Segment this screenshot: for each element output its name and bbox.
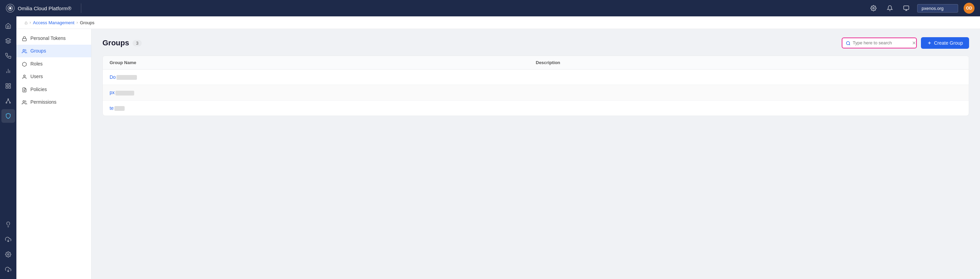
breadcrumb-sep-2: › (76, 20, 78, 25)
main-layout: ⌂ › Access Management › Groups Personal … (0, 16, 980, 279)
page-title: Groups (102, 38, 129, 48)
rail-grid-icon[interactable] (2, 79, 15, 93)
group-description-cell (536, 90, 962, 95)
sidebar-label-policies: Policies (30, 87, 47, 92)
sidebar-item-groups[interactable]: Groups (16, 45, 91, 58)
sidebar-label-permissions: Permissions (30, 99, 56, 105)
app-logo[interactable]: Omilia Cloud Platform® (5, 3, 72, 13)
users-icon (22, 74, 27, 80)
sidebar-label-groups: Groups (30, 48, 46, 54)
svg-line-19 (8, 100, 10, 102)
breadcrumb: ⌂ › Access Management › Groups (16, 16, 980, 29)
personal-tokens-icon (22, 35, 27, 41)
svg-point-17 (10, 102, 11, 103)
sidebar-item-policies[interactable]: Policies (16, 83, 91, 96)
svg-rect-11 (6, 84, 8, 85)
svg-line-32 (849, 44, 850, 45)
svg-point-27 (24, 75, 25, 77)
group-description-cell (536, 75, 962, 80)
nav-right: pxenos.org OD (868, 3, 975, 14)
svg-rect-12 (9, 84, 11, 85)
svg-marker-7 (6, 38, 11, 41)
svg-rect-25 (22, 38, 26, 41)
col-header-description: Description (536, 60, 962, 65)
nav-divider (81, 3, 81, 13)
group-name-cell: Do (110, 75, 536, 80)
blurred-text (115, 91, 134, 95)
table-row[interactable]: Do (103, 70, 969, 85)
rail-download-icon[interactable] (2, 263, 15, 276)
col-header-group-name: Group Name (110, 60, 536, 65)
settings-icon[interactable] (868, 3, 879, 14)
sidebar: Personal Tokens Groups (16, 29, 92, 279)
permissions-icon (22, 99, 27, 105)
icon-rail (0, 16, 16, 279)
svg-point-2 (9, 7, 11, 9)
header-actions: ✕ Create Group (842, 37, 969, 49)
monitor-icon[interactable] (901, 3, 912, 14)
table-row[interactable]: px (103, 85, 969, 100)
sidebar-item-permissions[interactable]: Permissions (16, 96, 91, 109)
page-wrapper: Groups 3 ✕ (92, 29, 980, 279)
search-box[interactable]: ✕ (842, 38, 917, 48)
rail-phone-icon[interactable] (2, 49, 15, 63)
page-title-row: Groups 3 (102, 38, 142, 48)
rail-cloud-icon[interactable] (2, 233, 15, 246)
rail-chart-icon[interactable] (2, 64, 15, 78)
rail-network-icon[interactable] (2, 94, 15, 108)
group-name-cell: te (110, 105, 536, 111)
rail-gear-icon[interactable] (2, 247, 15, 261)
page-content: Groups 3 ✕ (92, 29, 980, 279)
group-name-cell: px (110, 90, 536, 95)
svg-point-23 (8, 254, 9, 255)
breadcrumb-current: Groups (80, 20, 95, 25)
create-group-label: Create Group (934, 40, 963, 46)
sidebar-label-roles: Roles (30, 61, 43, 67)
groups-table: Group Name Description Do px (102, 55, 969, 116)
svg-point-16 (6, 102, 7, 103)
search-clear-icon[interactable]: ✕ (912, 40, 916, 46)
svg-point-3 (873, 8, 875, 9)
breadcrumb-sep-1: › (29, 20, 31, 25)
sidebar-item-personal-tokens[interactable]: Personal Tokens (16, 32, 91, 45)
svg-line-18 (6, 100, 8, 102)
blurred-text (115, 106, 125, 111)
top-nav: Omilia Cloud Platform® pxenos.org OD (0, 0, 980, 16)
page-header: Groups 3 ✕ (102, 37, 969, 49)
rail-bulb-icon[interactable] (2, 217, 15, 231)
org-selector[interactable]: pxenos.org (917, 4, 958, 13)
user-avatar[interactable]: OD (964, 3, 975, 14)
svg-rect-14 (6, 87, 8, 88)
sidebar-item-users[interactable]: Users (16, 70, 91, 83)
rail-layers-icon[interactable] (2, 34, 15, 48)
groups-count-badge: 3 (132, 40, 142, 46)
content-area: ⌂ › Access Management › Groups Personal … (16, 16, 980, 279)
search-input[interactable] (853, 40, 910, 45)
rail-home-icon[interactable] (2, 19, 15, 33)
groups-icon (22, 48, 27, 54)
svg-point-31 (846, 41, 850, 45)
create-group-button[interactable]: Create Group (921, 37, 969, 49)
sidebar-label-personal-tokens: Personal Tokens (30, 35, 65, 41)
group-description-cell (536, 105, 962, 111)
svg-point-15 (8, 98, 9, 100)
rail-shield-icon[interactable] (2, 109, 15, 123)
app-title: Omilia Cloud Platform® (18, 5, 72, 11)
sidebar-item-roles[interactable]: Roles (16, 57, 91, 70)
search-icon (846, 40, 851, 46)
blurred-text (116, 75, 137, 80)
policies-icon (22, 86, 27, 92)
breadcrumb-home-icon[interactable]: ⌂ (25, 20, 27, 25)
roles-icon (22, 61, 27, 67)
svg-point-30 (23, 101, 25, 102)
table-header: Group Name Description (103, 56, 969, 70)
breadcrumb-access-management[interactable]: Access Management (33, 20, 74, 25)
sidebar-label-users: Users (30, 74, 43, 79)
bell-icon[interactable] (885, 3, 895, 14)
svg-rect-13 (9, 87, 11, 88)
table-row[interactable]: te (103, 101, 969, 116)
svg-rect-4 (904, 6, 909, 10)
svg-point-26 (23, 49, 25, 51)
